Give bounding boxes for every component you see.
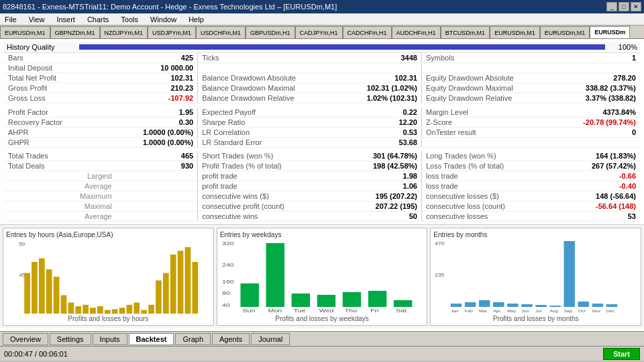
tab-settings[interactable]: Settings	[50, 333, 91, 345]
stat-label-lrcorr: LR Correlation	[198, 127, 340, 137]
stat-label-symbols: Symbols	[421, 53, 555, 63]
status-time: 00:00:47 / 00:06:01	[4, 350, 68, 358]
stat-value-bdr: 1.02% (102.31)	[340, 93, 422, 103]
stat-label-profitfactor: Profit Factor	[4, 107, 116, 118]
svg-rect-13	[105, 310, 111, 314]
menu-charts[interactable]: Charts	[85, 15, 111, 24]
tab-inputs[interactable]: Inputs	[93, 333, 127, 345]
start-button[interactable]: Start	[603, 348, 640, 360]
tab-overview[interactable]: Overview	[3, 333, 48, 345]
weekday-chart-container: Entries by weekdays 320 240 160 80 40	[217, 228, 428, 326]
tab-cadjpyh1[interactable]: CADJPYm,H1	[295, 26, 343, 38]
tab-audchfh1[interactable]: AUDCHFm,H1	[392, 26, 441, 38]
weekday-chart-inner: 320 240 160 80 40	[220, 240, 425, 314]
svg-text:Sun: Sun	[242, 308, 255, 314]
svg-rect-85	[606, 304, 617, 307]
stat-label-bars: Bars	[4, 53, 116, 63]
stat-label-profittrades: Profit Trades (% of total)	[198, 161, 340, 171]
history-quality-fill	[79, 44, 605, 50]
stat-value-max-lbl	[116, 191, 198, 201]
stat-value-llosstrade: -0.66	[555, 171, 640, 181]
stat-value-totaldeals: 930	[116, 161, 198, 171]
tab-eurusdm-active[interactable]: EURUSDm	[590, 26, 630, 38]
tab-agents[interactable]: Agents	[212, 333, 250, 345]
tab-gbpnzdm1[interactable]: GBPNZDm,M1	[50, 26, 100, 38]
stat-value-ghpr: 1.0000 (0.00%)	[116, 137, 198, 147]
svg-text:Aug: Aug	[550, 308, 559, 313]
stat-label-deposit: Initial Deposit	[4, 63, 116, 73]
stat-row-totaltrades: Total Trades 465 Short Trades (won %) 30…	[4, 151, 640, 161]
svg-rect-64	[394, 300, 412, 307]
stat-row-netprofit: Total Net Profit 102.31 Balance Drawdown…	[4, 73, 640, 83]
stat-value-shorttrades: 301 (64.78%)	[340, 151, 422, 161]
tab-eurusdm1-3[interactable]: EURUSDm,M1	[540, 26, 590, 38]
tab-btcusdm1[interactable]: BTCUSDm,M1	[441, 26, 490, 38]
tab-eurusdm1-2[interactable]: EURUSDm,M1	[490, 26, 540, 38]
stat-label-netprofit: Total Net Profit	[4, 73, 116, 83]
hourly-chart-title: Entries by hours (Asia,Europe,USA)	[6, 231, 211, 238]
svg-text:320: 320	[222, 241, 234, 246]
stat-value-maxcprofit: 207.22 (195)	[340, 201, 422, 212]
hourly-chart-subtitle: Profits and losses by hours	[6, 315, 211, 322]
menu-bar: File View Insert Charts Tools Window Hel…	[0, 13, 644, 26]
svg-text:45: 45	[19, 272, 25, 278]
tab-nzdjpym1[interactable]: NZDJPYm,M1	[100, 26, 148, 38]
svg-rect-78	[507, 304, 518, 307]
svg-rect-22	[170, 255, 176, 314]
tab-graph[interactable]: Graph	[175, 333, 211, 345]
close-button[interactable]: ✕	[631, 2, 641, 11]
stat-value-profitfactor: 1.95	[116, 107, 198, 118]
stat-value-edr: 3.37% (338.82)	[555, 93, 640, 103]
stat-value-eda: 278.20	[555, 73, 640, 83]
hourly-chart-container: Entries by hours (Asia,Europe,USA) 50 45	[3, 228, 214, 326]
tab-cadchfh1[interactable]: CADCHFm,H1	[343, 26, 392, 38]
svg-text:50: 50	[19, 241, 25, 247]
stat-label-totaltrades: Total Trades	[4, 151, 116, 161]
menu-insert[interactable]: Insert	[54, 15, 77, 24]
svg-rect-7	[61, 296, 67, 314]
stat-label-expectedpayoff: Expected Payoff	[198, 107, 340, 118]
stat-label-ontester: OnTester result	[421, 127, 555, 137]
svg-rect-61	[317, 295, 335, 307]
stat-value-grossprofit: 210.23	[116, 83, 198, 93]
hourly-chart-svg: 50 45	[6, 240, 211, 314]
svg-text:240: 240	[222, 263, 234, 268]
stat-label-grossloss: Gross Loss	[4, 93, 116, 103]
stat-value-lrstderr: 53.68	[340, 137, 422, 147]
tab-usdchfm1[interactable]: USDCHFm,M1	[196, 26, 246, 38]
stat-value-netprofit: 102.31	[116, 73, 198, 83]
tab-backtest[interactable]: Backtest	[129, 333, 174, 345]
status-bar: 00:00:47 / 00:06:01 Start	[0, 346, 644, 361]
svg-rect-24	[185, 247, 191, 314]
svg-rect-17	[133, 303, 140, 314]
stat-label-avgcons: Average	[4, 212, 116, 222]
stat-value-edm: 338.82 (3.37%)	[555, 83, 640, 93]
menu-help[interactable]: Help	[186, 15, 206, 24]
svg-rect-75	[465, 302, 476, 307]
svg-rect-83	[578, 302, 589, 307]
svg-text:Jul: Jul	[536, 308, 543, 312]
menu-window[interactable]: Window	[148, 15, 178, 24]
stat-row-grossloss: Gross Loss -107.92 Balance Drawdown Rela…	[4, 93, 640, 103]
main-content: History Quality 100% Bars 425 Ticks 3448…	[0, 39, 644, 331]
monthly-chart-container: Entries by months 470 235	[430, 228, 641, 326]
history-quality-bar	[79, 44, 605, 50]
tab-eurusdm1-1[interactable]: EURUSDm,M1	[0, 26, 50, 38]
stat-value-lrcorr: 0.53	[340, 127, 422, 137]
menu-view[interactable]: View	[27, 15, 47, 24]
stats-area: History Quality 100% Bars 425 Ticks 3448…	[0, 39, 644, 224]
svg-text:Feb: Feb	[465, 308, 473, 312]
menu-tools[interactable]: Tools	[119, 15, 140, 24]
stat-row-ahpr: AHPR 1.0000 (0.00%) LR Correlation 0.53 …	[4, 127, 640, 137]
title-bar: 82848161 - Exness-MTSTrial11: Demo Accou…	[0, 0, 644, 13]
menu-file[interactable]: File	[3, 15, 19, 24]
tab-gbpusdh1[interactable]: GBPUSDm,H1	[246, 26, 295, 38]
stat-label-ticks: Ticks	[198, 53, 340, 63]
maximize-button[interactable]: □	[619, 2, 629, 11]
minimize-button[interactable]: _	[606, 2, 617, 11]
svg-text:235: 235	[435, 273, 445, 278]
tab-usdjpym1[interactable]: USDJPYm,M1	[148, 26, 196, 38]
svg-rect-82	[564, 241, 575, 307]
stat-label-avgcwins: consecutive wins	[198, 212, 340, 222]
tab-journal[interactable]: Journal	[251, 333, 290, 345]
